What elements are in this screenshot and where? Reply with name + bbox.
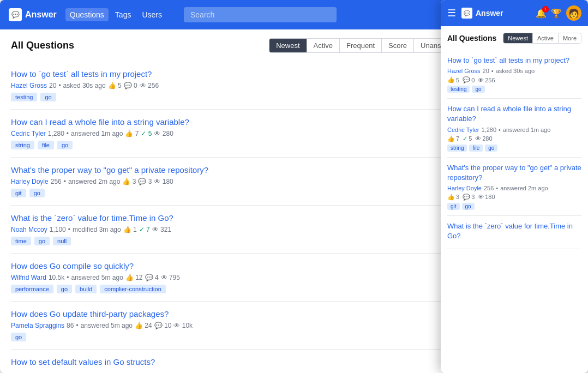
question-item: How does Go update third-party packages?…: [11, 302, 467, 350]
tag[interactable]: git: [11, 189, 26, 197]
question-author[interactable]: Hazel Gross: [11, 82, 47, 89]
question-title[interactable]: How to `go test` all tests in my project…: [11, 69, 467, 79]
tag[interactable]: time: [11, 237, 31, 245]
overlay-notification-icon[interactable]: 🔔 1: [536, 8, 547, 19]
overlay-app-name: Answer: [476, 9, 503, 17]
overlay-trophy-icon[interactable]: 🏆: [551, 8, 562, 19]
overlay-question-meta: Cedric Tyler 1,280 • answered 1m ago: [447, 127, 581, 133]
page-header: All Questions Newest Active Frequent Sco…: [11, 38, 467, 53]
overlay-tab-more[interactable]: More: [559, 33, 581, 43]
search-input[interactable]: [184, 7, 337, 22]
tag[interactable]: testing: [11, 93, 37, 101]
question-item: How to `go test` all tests in my project…: [11, 62, 467, 110]
logo-icon: 💬: [9, 8, 22, 21]
question-meta: Pamela Spraggins 86 • answered 5m ago 👍 …: [11, 322, 467, 329]
overlay-question-meta: Hazel Gross 20 • asked 30s ago: [447, 68, 581, 74]
overlay-author[interactable]: Harley Doyle: [447, 185, 482, 191]
overlay-stats: 👍 7 ✓ 5 👁 280: [447, 135, 581, 142]
overlay-question-title[interactable]: How can I read a whole file into a strin…: [447, 104, 581, 124]
overlay-logo: 💬 Answer: [461, 8, 503, 19]
tab-group: Newest Active Frequent Score Unanswered: [269, 38, 467, 53]
tag[interactable]: go: [57, 285, 72, 293]
question-item: How does Go compile so quickly? Wilfrid …: [11, 254, 467, 302]
question-item: What's the proper way to "go get" a priv…: [11, 158, 467, 206]
nav-link-users[interactable]: Users: [137, 8, 166, 21]
overlay-tags: git go: [447, 203, 581, 210]
overlay-question-title[interactable]: What's the proper way to "go get" a priv…: [447, 163, 581, 183]
question-item: How can I read a whole file into a strin…: [11, 110, 467, 158]
question-title[interactable]: What is the `zero` value for time.Time i…: [11, 213, 467, 222]
question-item: How to set default values in Go structs?: [11, 350, 467, 373]
tag[interactable]: go: [40, 93, 56, 101]
overlay-question-item: How can I read a whole file into a strin…: [447, 99, 581, 157]
question-author[interactable]: Harley Doyle: [11, 178, 49, 185]
menu-icon[interactable]: ☰: [447, 7, 456, 19]
question-tags: git go: [11, 189, 467, 197]
overlay-page-title: All Questions: [447, 34, 496, 43]
tag[interactable]: file: [38, 141, 54, 149]
overlay-tag[interactable]: string: [447, 145, 467, 152]
tab-frequent[interactable]: Frequent: [340, 39, 382, 52]
overlay-content: All Questions Newest Active More How to …: [441, 26, 588, 373]
question-title[interactable]: What's the proper way to "go get" a priv…: [11, 165, 467, 175]
overlay-logo-icon: 💬: [461, 8, 472, 19]
tab-active[interactable]: Active: [307, 39, 340, 52]
overlay-tag[interactable]: git: [447, 203, 460, 210]
overlay-author[interactable]: Cedric Tyler: [447, 127, 479, 133]
overlay-tag[interactable]: go: [485, 145, 497, 152]
tab-newest[interactable]: Newest: [269, 39, 307, 52]
question-author[interactable]: Wilfrid Ward: [11, 274, 46, 281]
overlay-user-avatar[interactable]: 🧑: [566, 5, 581, 21]
nav-link-tags[interactable]: Tags: [111, 8, 136, 21]
question-meta: Wilfrid Ward 10.5k • answered 5m ago 👍 1…: [11, 274, 467, 281]
overlay-question-item: What is the `zero` value for time.Time i…: [447, 216, 581, 249]
overlay-tags: testing go: [447, 86, 581, 93]
tag[interactable]: build: [75, 285, 97, 293]
question-author[interactable]: Cedric Tyler: [11, 130, 46, 137]
question-tags: go: [11, 333, 467, 341]
page-title: All Questions: [11, 40, 74, 51]
overlay-author[interactable]: Hazel Gross: [447, 68, 481, 74]
overlay-question-title[interactable]: What is the `zero` value for time.Time i…: [447, 221, 581, 241]
question-meta: Harley Doyle 256 • answered 2m ago 👍 3 💬…: [11, 178, 467, 185]
tag[interactable]: null: [53, 237, 71, 245]
tag[interactable]: string: [11, 141, 34, 149]
question-author[interactable]: Noah Mccoy: [11, 226, 47, 233]
tag[interactable]: go: [34, 237, 50, 245]
tag[interactable]: go: [29, 189, 45, 197]
overlay-tag[interactable]: go: [472, 86, 484, 93]
overlay-tags: string file go: [447, 145, 581, 152]
overlay-notification-badge: 1: [542, 6, 549, 13]
question-title[interactable]: How does Go update third-party packages?: [11, 309, 467, 318]
tag[interactable]: performance: [11, 285, 53, 293]
question-title[interactable]: How does Go compile so quickly?: [11, 261, 467, 270]
question-tags: performance go build complier-constructi…: [11, 285, 467, 293]
overlay-panel: ☰ 💬 Answer 🔔 1 🏆 🧑 All Questions Newest …: [441, 0, 588, 373]
overlay-tag[interactable]: go: [462, 203, 475, 210]
tag[interactable]: go: [11, 333, 26, 341]
overlay-tab-active[interactable]: Active: [533, 33, 559, 43]
question-item: What is the `zero` value for time.Time i…: [11, 206, 467, 254]
nav-link-questions[interactable]: Questions: [65, 8, 109, 21]
question-author[interactable]: Pamela Spraggins: [11, 322, 64, 329]
question-title[interactable]: How to set default values in Go structs?: [11, 357, 467, 366]
overlay-tag[interactable]: file: [469, 145, 483, 152]
tab-score[interactable]: Score: [382, 39, 414, 52]
tag[interactable]: complier-construction: [100, 285, 166, 293]
question-meta: Noah Mccoy 1,100 • modified 3m ago 👍 1 ✓…: [11, 226, 467, 233]
overlay-question-meta: Harley Doyle 256 • answered 2m ago: [447, 185, 581, 191]
overlay-nav: ☰ 💬 Answer 🔔 1 🏆 🧑: [441, 0, 588, 26]
overlay-page-header: All Questions Newest Active More: [447, 33, 581, 44]
overlay-question-title[interactable]: How to `go test` all tests in my project…: [447, 56, 581, 65]
tag[interactable]: go: [57, 141, 73, 149]
question-title[interactable]: How can I read a whole file into a strin…: [11, 117, 467, 127]
overlay-tab-newest[interactable]: Newest: [503, 33, 533, 43]
overlay-tag[interactable]: testing: [447, 86, 470, 93]
overlay-stats: 👍 3 💬 3 👁 180: [447, 194, 581, 201]
question-tags: string file go: [11, 141, 467, 149]
overlay-question-item: How to `go test` all tests in my project…: [447, 50, 581, 99]
question-meta: Hazel Gross 20 • asked 30s ago 👍 5 💬 0 👁…: [11, 82, 467, 89]
nav-logo: 💬 Answer: [9, 8, 57, 21]
overlay-stats: 👍 5 💬 0 👁 256: [447, 76, 581, 83]
overlay-tab-group: Newest Active More: [503, 33, 581, 44]
